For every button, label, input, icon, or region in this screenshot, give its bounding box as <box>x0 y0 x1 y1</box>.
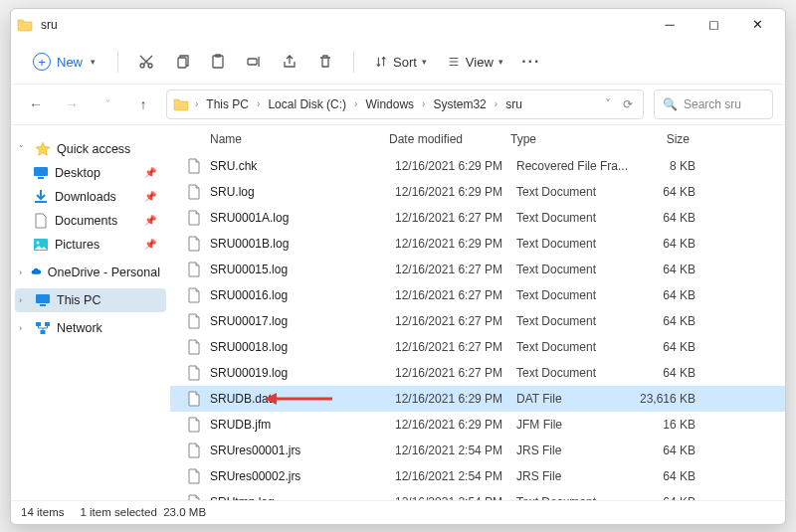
sidebar-network[interactable]: › Network <box>15 316 166 340</box>
plus-icon: + <box>33 53 51 71</box>
address-bar[interactable]: › This PC › Local Disk (C:) › Windows › … <box>166 89 644 119</box>
breadcrumb-seg[interactable]: This PC <box>204 97 251 111</box>
delete-button[interactable] <box>309 46 341 78</box>
file-row[interactable]: SRU00017.log12/16/2021 6:27 PMText Docum… <box>170 308 785 334</box>
file-name: SRU00017.log <box>210 314 395 328</box>
file-date: 12/16/2021 6:29 PM <box>395 392 516 406</box>
file-row[interactable]: SRUtmp.log12/16/2021 2:54 PMText Documen… <box>170 489 785 500</box>
titlebar[interactable]: sru ─ ◻ ✕ <box>11 9 785 41</box>
status-count: 14 items <box>21 506 64 518</box>
svg-rect-7 <box>38 177 44 179</box>
svg-rect-10 <box>36 294 50 303</box>
sidebar-quick-access[interactable]: ˅ Quick access <box>15 137 166 161</box>
more-button[interactable]: ··· <box>515 46 547 78</box>
file-type: JRS File <box>516 469 636 483</box>
col-date[interactable]: Date modified <box>389 132 510 146</box>
sidebar-item-downloads[interactable]: Downloads 📌 <box>15 185 166 209</box>
file-row[interactable]: SRUDB.jfm12/16/2021 6:29 PMJFM File16 KB <box>170 412 785 438</box>
file-row[interactable]: SRUres00001.jrs12/16/2021 2:54 PMJRS Fil… <box>170 438 785 463</box>
minimize-button[interactable]: ─ <box>648 9 692 41</box>
breadcrumb-seg[interactable]: Local Disk (C:) <box>266 97 348 111</box>
file-date: 12/16/2021 6:29 PM <box>395 159 516 173</box>
breadcrumb-seg[interactable]: System32 <box>431 97 488 111</box>
new-button[interactable]: + New ▾ <box>23 49 105 75</box>
expand-icon: › <box>19 267 25 277</box>
body: ˅ Quick access Desktop 📌 Downloads 📌 Doc… <box>11 124 785 500</box>
copy-button[interactable] <box>166 46 198 78</box>
breadcrumb-seg[interactable]: sru <box>503 97 524 111</box>
view-button[interactable]: View ▾ <box>439 51 511 74</box>
recent-locations-button[interactable]: ˅ <box>95 91 120 117</box>
svg-point-9 <box>37 241 40 244</box>
cut-button[interactable] <box>130 46 162 78</box>
window-folder-icon <box>17 17 33 33</box>
file-row[interactable]: SRUDB.dat12/16/2021 6:29 PMDAT File23,61… <box>170 386 785 412</box>
toolbar-separator <box>353 51 354 73</box>
file-date: 12/16/2021 2:54 PM <box>395 495 516 500</box>
file-name: SRUtmp.log <box>210 495 395 500</box>
col-name[interactable]: Name <box>210 132 389 146</box>
forward-button[interactable]: → <box>59 91 85 117</box>
file-type: Text Document <box>516 211 636 225</box>
file-name: SRU00015.log <box>210 263 395 276</box>
file-row[interactable]: SRU0001B.log12/16/2021 6:29 PMText Docum… <box>170 231 785 257</box>
file-row[interactable]: SRU00019.log12/16/2021 6:27 PMText Docum… <box>170 360 785 386</box>
search-input[interactable]: 🔍 Search sru <box>654 89 773 119</box>
file-size: 64 KB <box>636 237 696 251</box>
pin-icon: 📌 <box>144 167 156 178</box>
share-button[interactable] <box>274 46 305 78</box>
file-type: JRS File <box>516 443 636 457</box>
chevron-down-icon: ▾ <box>91 57 96 67</box>
file-type: DAT File <box>516 392 636 406</box>
file-row[interactable]: SRU0001A.log12/16/2021 6:27 PMText Docum… <box>170 205 785 231</box>
file-row[interactable]: SRU00016.log12/16/2021 6:27 PMText Docum… <box>170 282 785 308</box>
file-row[interactable]: SRU.log12/16/2021 6:29 PMText Document64… <box>170 179 785 205</box>
back-button[interactable]: ← <box>23 91 49 117</box>
file-area: Name Date modified Type Size SRU.chk12/1… <box>170 125 785 500</box>
sidebar-item-desktop[interactable]: Desktop 📌 <box>15 161 166 185</box>
search-placeholder: Search sru <box>684 97 741 111</box>
breadcrumb-separator: › <box>193 98 200 109</box>
col-size[interactable]: Size <box>630 132 690 146</box>
file-date: 12/16/2021 6:27 PM <box>395 314 516 328</box>
refresh-button[interactable]: ⟳ <box>619 97 637 111</box>
sidebar-this-pc[interactable]: › This PC <box>15 288 166 312</box>
close-button[interactable]: ✕ <box>735 9 779 41</box>
file-type: Text Document <box>516 263 636 276</box>
address-dropdown-icon[interactable]: ˅ <box>601 97 615 111</box>
status-selection: 1 item selected 23.0 MB <box>80 506 206 518</box>
file-row[interactable]: SRU.chk12/16/2021 6:29 PMRecovered File … <box>170 153 785 179</box>
up-button[interactable]: ↑ <box>130 91 156 117</box>
column-headers[interactable]: Name Date modified Type Size <box>170 125 785 153</box>
file-date: 12/16/2021 6:29 PM <box>395 418 516 432</box>
pin-icon: 📌 <box>144 191 156 202</box>
svg-rect-13 <box>45 322 50 326</box>
file-row[interactable]: SRU00015.log12/16/2021 6:27 PMText Docum… <box>170 257 785 282</box>
svg-marker-16 <box>265 393 277 405</box>
rename-button[interactable] <box>238 46 270 78</box>
col-type[interactable]: Type <box>510 132 630 146</box>
file-size: 16 KB <box>636 418 696 432</box>
breadcrumb-seg[interactable]: Windows <box>363 97 416 111</box>
file-type: Text Document <box>516 237 636 251</box>
expand-icon: ˅ <box>19 144 29 154</box>
sidebar-onedrive[interactable]: › OneDrive - Personal <box>15 261 166 284</box>
file-row[interactable]: SRUres00002.jrs12/16/2021 2:54 PMJRS Fil… <box>170 463 785 489</box>
file-size: 64 KB <box>636 366 696 380</box>
chevron-down-icon: ▾ <box>498 57 503 67</box>
file-name: SRU0001A.log <box>210 211 395 225</box>
sort-button[interactable]: Sort ▾ <box>366 51 435 74</box>
file-size: 64 KB <box>636 211 696 225</box>
svg-rect-2 <box>178 58 186 68</box>
sidebar-item-documents[interactable]: Documents 📌 <box>15 209 166 233</box>
folder-icon <box>173 96 189 112</box>
file-date: 12/16/2021 2:54 PM <box>395 469 516 483</box>
file-list[interactable]: SRU.chk12/16/2021 6:29 PMRecovered File … <box>170 153 785 500</box>
file-size: 64 KB <box>636 469 696 483</box>
svg-rect-12 <box>36 322 41 326</box>
sidebar-item-pictures[interactable]: Pictures 📌 <box>15 233 166 257</box>
paste-button[interactable] <box>202 46 234 78</box>
file-row[interactable]: SRU00018.log12/16/2021 6:27 PMText Docum… <box>170 334 785 360</box>
maximize-button[interactable]: ◻ <box>692 9 735 41</box>
file-size: 23,616 KB <box>636 392 696 406</box>
